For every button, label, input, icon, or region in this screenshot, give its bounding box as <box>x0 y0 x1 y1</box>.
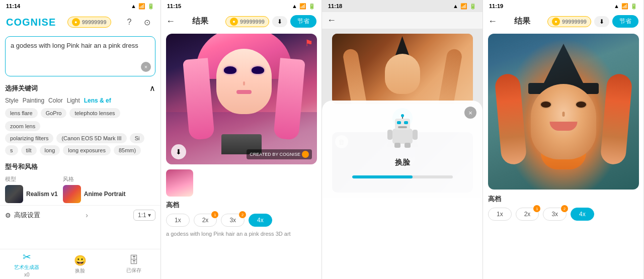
header-icons: ? ⊙ <box>122 15 154 29</box>
svg-rect-0 <box>392 129 413 144</box>
prompt-caption-1: a godess with long Pink hair an a pink d… <box>161 229 321 241</box>
coins-value: 99999999 <box>82 19 107 25</box>
coin-icon: ● <box>72 18 80 26</box>
tag-polarizing[interactable]: polarizing filters <box>5 133 53 143</box>
modal-close-button[interactable]: × <box>464 107 476 119</box>
back-button-1[interactable]: ← <box>166 16 175 27</box>
download-button-1[interactable]: ⬇ <box>272 16 287 27</box>
tag-long[interactable]: long <box>40 145 60 155</box>
coins-display-4: ● 99999999 <box>547 16 591 27</box>
tab-style[interactable]: Style <box>5 96 19 105</box>
result-image-1: ⚑ ⬇ CREATED BY COGNISE <box>166 34 317 164</box>
faceswap-header: ← <box>322 12 482 29</box>
witch-eye-left <box>541 102 551 108</box>
save-button-1[interactable]: 节省 <box>290 15 316 28</box>
advanced-left: ⚙ 高级设置 <box>5 211 40 220</box>
pill-4x-1[interactable]: 4x <box>249 214 272 227</box>
right-eye <box>252 66 264 74</box>
tag-long-exp[interactable]: long exposures <box>63 145 111 155</box>
coin-icon-4: ● <box>552 18 560 26</box>
nose <box>243 81 245 85</box>
witch-smile <box>550 122 578 131</box>
tab-painting[interactable]: Painting <box>23 96 44 105</box>
pill-1x-4[interactable]: 1x <box>488 208 512 221</box>
pill-3x-1[interactable]: 3x 2 <box>221 214 245 227</box>
nav-generate-label: 艺术生成器 <box>14 264 39 271</box>
tag-si[interactable]: Si <box>130 133 145 143</box>
style-label: 风格 <box>63 175 126 183</box>
prompt-area[interactable]: a godess with long Pink hair an a pink d… <box>5 36 155 76</box>
help-button[interactable]: ? <box>122 15 136 29</box>
tag-canon[interactable]: (Canon EOS 5D Mark III <box>56 133 126 143</box>
coins-value-2: 99999999 <box>240 19 265 25</box>
ratio-badge[interactable]: 1:1 ▾ <box>133 210 155 221</box>
status-bar-3: 11:18 ▲ 📶 🔋 <box>322 0 482 12</box>
quality-label-4: 高档 <box>483 193 643 206</box>
svg-rect-10 <box>405 143 411 148</box>
back-button-4[interactable]: ← <box>488 16 497 27</box>
modal-title: 换脸 <box>395 158 410 167</box>
tag-telephoto[interactable]: telephoto lenses <box>69 108 120 118</box>
status-bar-4: 11:19 ▲ 📶 🔋 <box>483 0 643 12</box>
svg-rect-4 <box>397 121 401 124</box>
tag-zoom[interactable]: zoom lens <box>5 121 40 131</box>
sliders-icon: ⚙ <box>5 212 11 219</box>
model-name: Realism v1 <box>26 191 58 198</box>
faceswap-top-image <box>332 34 473 104</box>
coins-display-2: ● 99999999 <box>225 16 269 27</box>
advanced-arrow[interactable]: › <box>86 211 88 219</box>
pill-2x-badge-4: 1 <box>533 205 540 212</box>
clear-prompt-button[interactable]: × <box>141 62 151 72</box>
pill-1x-1[interactable]: 1x <box>166 214 190 227</box>
progress-fill <box>352 175 413 178</box>
pill-2x-4[interactable]: 2x 1 <box>516 208 539 221</box>
thumb-mini-1[interactable] <box>166 169 193 197</box>
panel-main: 11:14 ▲ 📶 🔋 COGNISE ● 99999999 ? ⊙ a god… <box>0 0 161 279</box>
keywords-collapse-icon[interactable]: ∧ <box>149 83 155 93</box>
wifi-icon-3: ▲ <box>453 3 458 9</box>
watermark-1: CREATED BY COGNISE <box>247 149 312 159</box>
pill-4x-4[interactable]: 4x <box>571 208 594 221</box>
style-selector[interactable]: Anime Portrait <box>63 185 126 203</box>
thumb-bg-1 <box>166 169 193 197</box>
results-header-2: ← 结果 ● 99999999 ⬇ 节省 <box>483 12 643 31</box>
coin-icon-2: ● <box>230 18 238 26</box>
tab-color[interactable]: Color <box>48 96 63 105</box>
tab-light[interactable]: Light <box>67 96 80 105</box>
panel-results-1: 11:15 ▲ 📶 🔋 ← 结果 ● 99999999 ⬇ 节省 <box>161 0 322 279</box>
face-shape <box>216 49 272 114</box>
pill-3x-4[interactable]: 3x 2 <box>543 208 567 221</box>
settings-button[interactable]: ⊙ <box>140 15 154 29</box>
witch-hair-left <box>494 73 527 165</box>
model-card: 模型 Realism v1 <box>5 175 58 203</box>
model-selector[interactable]: Realism v1 <box>5 185 58 203</box>
nav-saved[interactable]: 🗄 已保存 <box>107 254 160 274</box>
signal-icon-4: 📶 <box>621 3 628 10</box>
hair-curl-right <box>437 48 462 104</box>
results-title-1: 结果 <box>192 16 208 27</box>
battery-icon: 🔋 <box>147 3 154 10</box>
witch-hair-right <box>600 73 632 165</box>
nav-faceswap[interactable]: 😀 换脸 <box>53 254 107 274</box>
bottom-nav-1: ✂ 艺术生成器 x0 😀 换脸 🗄 已保存 <box>0 249 160 279</box>
pill-2x-1[interactable]: 2x 1 <box>194 214 217 227</box>
svg-point-3 <box>401 114 404 117</box>
pill-2x-badge-1: 1 <box>211 211 218 218</box>
quality-pills-4: 1x 2x 1 3x 2 4x <box>483 206 643 223</box>
generate-icon: ✂ <box>23 251 31 263</box>
tag-gopro[interactable]: GoPro <box>41 108 67 118</box>
download-overlay-1[interactable]: ⬇ <box>171 144 186 159</box>
tag-lens-flare[interactable]: lens flare <box>5 108 38 118</box>
tab-lens[interactable]: Lens & ef <box>84 96 111 105</box>
quality-label-1: 高档 <box>161 199 321 212</box>
tag-s[interactable]: s <box>5 145 18 155</box>
faceswap-icon: 😀 <box>74 254 87 266</box>
flag-icon-1[interactable]: ⚑ <box>305 38 313 49</box>
back-button-3[interactable]: ← <box>327 15 336 26</box>
nav-generate[interactable]: ✂ 艺术生成器 x0 <box>0 251 53 277</box>
progress-bar <box>352 175 453 178</box>
save-button-4[interactable]: 节省 <box>612 15 638 28</box>
download-button-4[interactable]: ⬇ <box>594 16 609 27</box>
tag-85mm[interactable]: 85mm) <box>114 145 141 155</box>
tag-tilt[interactable]: tilt <box>21 145 37 155</box>
